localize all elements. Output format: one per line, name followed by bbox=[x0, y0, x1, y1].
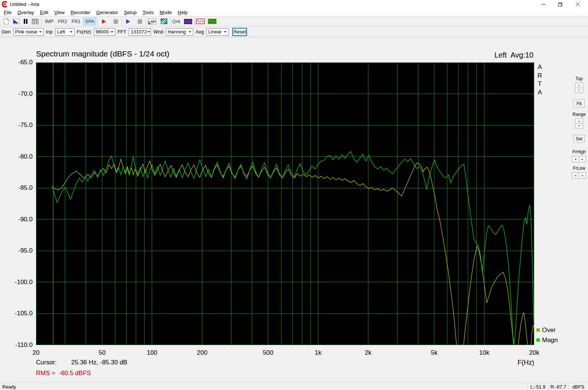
menu-recorder[interactable]: Recorder bbox=[68, 9, 93, 16]
x-tick-label: 500 bbox=[256, 349, 280, 357]
pause-icon bbox=[23, 19, 28, 24]
analysis-button[interactable] bbox=[159, 17, 169, 26]
calibrate-button[interactable]: ABC bbox=[147, 17, 157, 26]
diagonal-stripes-icon bbox=[161, 19, 167, 24]
menu-mode[interactable]: Mode bbox=[157, 9, 175, 16]
mode-spa-button[interactable]: SPA bbox=[83, 17, 96, 25]
cursor-readout: 25.36 Hz, -85.30 dB bbox=[71, 359, 127, 366]
set-label: Set bbox=[576, 136, 582, 142]
chevron-down-icon bbox=[37, 31, 43, 33]
range-label: Range bbox=[570, 112, 588, 117]
stop-play-button[interactable] bbox=[135, 17, 145, 26]
fit-button[interactable]: Fit bbox=[574, 100, 585, 107]
microphone-button[interactable] bbox=[171, 17, 181, 26]
arrow-left-icon: ◄ bbox=[574, 174, 577, 177]
fs-select[interactable]: 96000 bbox=[94, 28, 115, 36]
legend-label-magn: Magn bbox=[542, 337, 558, 344]
arta-watermark-letter: A bbox=[536, 63, 543, 71]
y-tick-label: -85.0 bbox=[10, 184, 33, 192]
arrow-right-icon: ► bbox=[581, 174, 584, 177]
chevron-down-icon bbox=[147, 31, 151, 33]
menu-file[interactable]: File bbox=[1, 9, 14, 16]
x-tick-label: 100 bbox=[140, 349, 164, 357]
toolbar-separator bbox=[170, 17, 170, 26]
spectrum-window-button[interactable] bbox=[207, 17, 217, 26]
generator-setup-button[interactable] bbox=[11, 17, 21, 26]
x-tick-label: 5k bbox=[422, 349, 446, 357]
menu-edit[interactable]: Edit bbox=[37, 9, 51, 16]
y-tick-label: -90.0 bbox=[10, 216, 33, 223]
minimize-icon bbox=[542, 2, 546, 6]
arrow-left-icon: ◄ bbox=[574, 158, 577, 160]
frhigh-left-button[interactable]: ◄ bbox=[572, 156, 579, 162]
mode-fr1-button[interactable]: FR1 bbox=[70, 17, 83, 25]
fs-label: Fs(Hz) bbox=[77, 29, 91, 35]
y-tick-label: -75.0 bbox=[10, 121, 33, 129]
legend-row: Over bbox=[536, 325, 558, 335]
x-tick-label: 10k bbox=[472, 349, 496, 357]
fft-select[interactable]: 131072 bbox=[129, 28, 151, 36]
gen-select[interactable]: Pink noise bbox=[13, 28, 44, 36]
y-tick-label: -80.0 bbox=[10, 153, 33, 160]
status-bar: Ready L:-51.9 R:-87.7 dBFS bbox=[0, 383, 588, 390]
spectrum-plot[interactable] bbox=[36, 62, 534, 345]
arrow-right-icon: ► bbox=[581, 158, 584, 160]
legend-swatch-magn bbox=[536, 338, 540, 342]
inp-select[interactable]: Left bbox=[55, 28, 75, 36]
top-up-button[interactable]: ▲ bbox=[575, 83, 583, 88]
avg-value: Linear bbox=[208, 29, 221, 35]
unit-readout: dBFS bbox=[569, 384, 588, 390]
x-tick-label: 2k bbox=[356, 349, 380, 357]
waveform-view-button[interactable] bbox=[183, 17, 193, 26]
reset-button[interactable]: Reset bbox=[232, 28, 247, 36]
inp-label: Inp bbox=[46, 29, 53, 35]
menu-help[interactable]: Help bbox=[175, 9, 191, 16]
set-button[interactable]: Set bbox=[574, 135, 585, 143]
menu-generator[interactable]: Generator bbox=[93, 9, 121, 16]
new-file-button[interactable] bbox=[1, 17, 11, 26]
wnd-value: Hanning bbox=[168, 29, 185, 35]
menu-overlay[interactable]: Overlay bbox=[14, 9, 37, 16]
mode-fr2-button[interactable]: FR2 bbox=[56, 17, 69, 25]
restore-button[interactable] bbox=[555, 1, 566, 8]
chevron-down-icon bbox=[187, 31, 193, 33]
minimize-button[interactable] bbox=[538, 1, 549, 8]
sine-red-icon bbox=[196, 19, 205, 24]
left-level-readout: L:-51.9 bbox=[528, 384, 548, 390]
record-button[interactable] bbox=[99, 17, 109, 26]
top-down-button[interactable]: ▼ bbox=[575, 88, 583, 93]
record-play-icon bbox=[101, 19, 106, 24]
frlow-left-button[interactable]: ◄ bbox=[572, 172, 579, 179]
menu-setup[interactable]: Setup bbox=[121, 9, 139, 16]
menu-tools[interactable]: Tools bbox=[139, 9, 157, 16]
signal-window-button[interactable] bbox=[196, 17, 205, 26]
stop-record-button[interactable] bbox=[111, 17, 121, 26]
range-up-button[interactable]: ▲ bbox=[575, 118, 583, 124]
menu-view[interactable]: View bbox=[51, 9, 68, 16]
x-tick-label: 200 bbox=[190, 349, 214, 357]
status-message: Ready bbox=[2, 384, 16, 390]
wnd-select[interactable]: Hanning bbox=[166, 28, 193, 36]
close-button[interactable] bbox=[572, 1, 583, 8]
play-button[interactable] bbox=[123, 17, 133, 26]
fs-value: 96000 bbox=[96, 29, 109, 35]
y-tick-label: -100.0 bbox=[10, 279, 33, 286]
avg-select[interactable]: Linear bbox=[206, 28, 229, 36]
arrow-up-icon: ▲ bbox=[578, 84, 580, 87]
calibrate-abc-icon: ABC bbox=[148, 19, 156, 25]
avg-label: Avg bbox=[196, 29, 204, 35]
pause-button[interactable] bbox=[21, 17, 30, 26]
table-button[interactable] bbox=[30, 17, 40, 26]
legend-label-over: Over bbox=[542, 326, 556, 334]
range-spinner: ▲ ▼ bbox=[575, 118, 583, 129]
gen-value: Pink noise bbox=[15, 29, 37, 35]
frhigh-right-button[interactable]: ► bbox=[579, 156, 586, 162]
range-down-button[interactable]: ▼ bbox=[575, 123, 583, 129]
stop-icon bbox=[114, 19, 118, 24]
new-file-icon bbox=[4, 18, 9, 25]
mode-imp-button[interactable]: IMP bbox=[43, 17, 55, 25]
toolbar-separator bbox=[41, 17, 42, 26]
frlow-spinner: ◄ ► bbox=[572, 172, 587, 179]
frlow-right-button[interactable]: ► bbox=[579, 172, 586, 179]
x-tick-label: 1k bbox=[306, 349, 330, 357]
